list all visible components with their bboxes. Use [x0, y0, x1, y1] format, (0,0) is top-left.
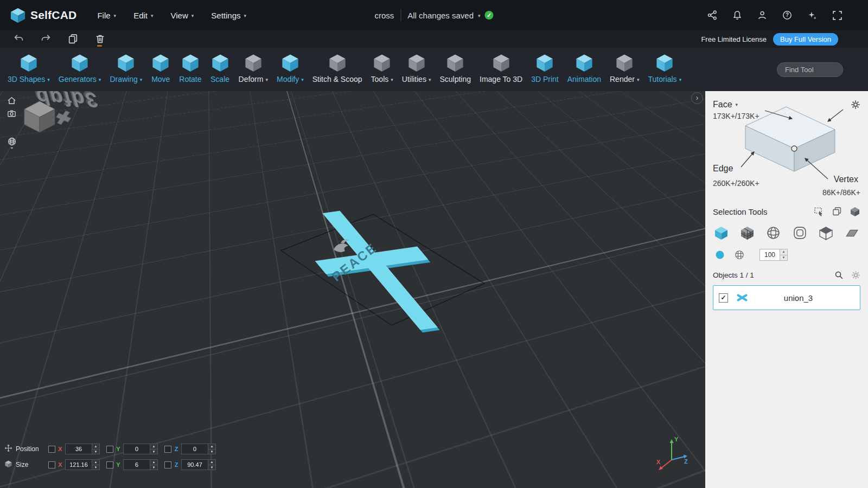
size-row: Size X ▲▼ Y ▲▼ Z ▲▼	[4, 459, 216, 470]
round-brush-icon[interactable]	[715, 250, 725, 260]
fullscreen-icon[interactable]	[831, 9, 843, 21]
position-y-lock-checkbox[interactable]	[106, 446, 113, 453]
tool-move[interactable]: Move ▾	[146, 50, 175, 85]
union-object-icon	[736, 291, 749, 304]
find-tool-input[interactable]	[777, 62, 843, 77]
position-x-input[interactable]	[66, 444, 92, 454]
position-z-input[interactable]	[182, 444, 208, 454]
menu-view[interactable]: View ▾	[164, 7, 201, 24]
selfcad-logo[interactable]: SelfCAD	[10, 7, 76, 23]
search-objects-icon[interactable]	[834, 271, 844, 280]
notifications-bell-icon[interactable]	[731, 9, 743, 21]
buy-full-version-button[interactable]: Buy Full Version	[773, 33, 838, 46]
select-subdivided-cube-icon[interactable]	[740, 226, 755, 240]
sparkle-icon[interactable]	[806, 9, 818, 21]
size-x-input[interactable]	[66, 460, 92, 470]
position-x-lock-checkbox[interactable]	[48, 446, 55, 453]
top-icon-group: ?	[706, 9, 857, 21]
tool-animation[interactable]: Animation ▾	[563, 50, 605, 85]
face-label-group[interactable]: Face ▾	[713, 100, 738, 110]
tool-drawing[interactable]: Drawing ▾	[105, 50, 146, 85]
tool-deform[interactable]: Deform ▾	[234, 50, 272, 85]
help-icon[interactable]: ?	[781, 9, 793, 21]
tool-scale[interactable]: Scale ▾	[206, 50, 234, 85]
select-rounded-cube-icon[interactable]	[793, 226, 807, 240]
size-z-lock-checkbox[interactable]	[164, 461, 171, 468]
undo-icon[interactable]	[13, 33, 25, 45]
tolerance-input[interactable]	[760, 249, 780, 260]
select-sphere-mode-icon[interactable]	[766, 226, 781, 240]
vertex-label: Vertex	[834, 175, 858, 184]
mesh-sphere-icon[interactable]	[735, 250, 744, 260]
tool-tools[interactable]: Tools ▾	[367, 50, 398, 85]
object-list-item[interactable]: union_3	[713, 285, 860, 310]
home-view-icon[interactable]	[7, 95, 17, 108]
position-z-stepper[interactable]: ▲▼	[208, 444, 215, 454]
copy-selection-icon[interactable]	[832, 206, 843, 217]
size-z-input[interactable]	[182, 460, 208, 470]
position-x-stepper[interactable]: ▲▼	[92, 444, 99, 454]
camera-view-icon[interactable]	[7, 108, 17, 121]
tool-tutorials[interactable]: Tutorials ▾	[643, 50, 686, 85]
tool-utilities[interactable]: Utilities ▾	[398, 50, 436, 85]
main-menus: File ▾ Edit ▾ View ▾ Settings ▾	[91, 7, 253, 24]
copy-icon[interactable]	[67, 33, 79, 45]
position-icon	[4, 444, 12, 454]
panel-collapse-chevron[interactable]: ›	[691, 92, 703, 104]
tool-sculpting[interactable]: Sculpting ▾	[435, 50, 475, 85]
select-face-mode-icon[interactable]	[819, 226, 833, 240]
redo-icon[interactable]	[40, 33, 52, 45]
select-plane-mode-icon[interactable]	[845, 226, 859, 240]
size-y-stepper[interactable]: ▲▼	[150, 460, 157, 470]
svg-text:Z: Z	[684, 458, 688, 465]
position-z-lock-checkbox[interactable]	[164, 446, 171, 453]
select-cube-mode-icon[interactable]	[714, 226, 729, 240]
tool-generators[interactable]: Generators ▾	[54, 50, 106, 85]
3d-print-icon	[535, 51, 554, 74]
size-y-lock-checkbox[interactable]	[106, 461, 113, 468]
menu-edit[interactable]: Edit ▾	[127, 7, 159, 24]
objects-settings-gear-icon[interactable]	[851, 271, 860, 280]
view-cube[interactable]	[21, 99, 59, 137]
tool-stitch-scoop[interactable]: Stitch & Scoop ▾	[308, 50, 367, 85]
select-all-cube-icon[interactable]	[850, 206, 860, 217]
top-bar: SelfCAD File ▾ Edit ▾ View ▾ Settings ▾ …	[0, 0, 868, 30]
objects-header: Objects 1 / 1	[713, 271, 754, 279]
size-x-lock-checkbox[interactable]	[48, 461, 55, 468]
tool-3d-print[interactable]: 3D Print ▾	[527, 50, 563, 85]
menu-settings[interactable]: Settings ▾	[205, 7, 253, 24]
selection-tools-row: Selection Tools	[713, 206, 860, 217]
tool-rotate[interactable]: Rotate ▾	[175, 50, 206, 85]
tool-3d-shapes[interactable]: 3D Shapes ▾	[3, 50, 54, 85]
size-z-stepper[interactable]: ▲▼	[208, 460, 215, 470]
marquee-select-icon[interactable]	[814, 206, 825, 217]
chevron-down-icon: ▾	[637, 77, 640, 82]
save-status[interactable]: All changes saved ▾ ✓	[407, 11, 493, 20]
tool-modify[interactable]: Modify ▾	[272, 50, 308, 85]
size-y-input[interactable]	[124, 460, 150, 470]
tool-render[interactable]: Render ▾	[605, 50, 643, 85]
delete-trash-icon[interactable]	[94, 33, 106, 45]
viewport-3d[interactable]: 3dfgb PEACE	[0, 91, 705, 488]
animation-icon	[575, 51, 594, 74]
tool-image-to-3d[interactable]: Image To 3D ▾	[475, 50, 527, 85]
chevron-down-icon: ▾	[99, 77, 101, 82]
grid-plane	[0, 91, 705, 488]
edge-label: Edge	[713, 164, 733, 174]
document-state: cross All changes saved ▾ ✓	[374, 0, 493, 30]
share-icon[interactable]	[706, 9, 718, 21]
selection-tools-label: Selection Tools	[713, 207, 768, 216]
chevron-down-icon: ▾	[679, 77, 682, 82]
position-y-stepper[interactable]: ▲▼	[150, 444, 157, 454]
globe-perspective-icon[interactable]	[7, 137, 17, 152]
object-visibility-checkbox[interactable]	[719, 293, 728, 303]
chevron-down-icon: ▾	[47, 77, 50, 82]
panel-settings-gear-icon[interactable]	[851, 100, 860, 112]
position-y-input[interactable]	[124, 444, 150, 454]
size-x-stepper[interactable]: ▲▼	[92, 460, 99, 470]
user-account-icon[interactable]	[756, 9, 768, 21]
menu-file[interactable]: File ▾	[91, 7, 123, 24]
saved-check-icon: ✓	[485, 11, 494, 20]
selection-mode-row	[713, 226, 860, 240]
tolerance-stepper[interactable]: ▲▼	[780, 249, 787, 260]
